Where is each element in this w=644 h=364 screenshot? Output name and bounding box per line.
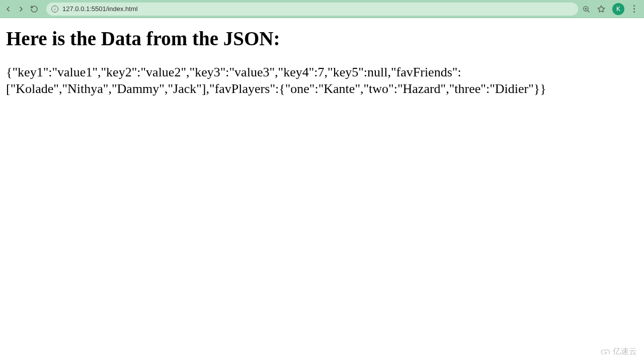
json-output: {"key1":"value1","key2":"value2","key3":… [6,64,585,98]
svg-point-5 [605,352,606,353]
forward-button[interactable] [17,5,25,13]
zoom-icon[interactable] [582,5,590,13]
page-content: Here is the Data from the JSON: {"key1":… [0,18,644,107]
site-info-icon[interactable]: i [51,6,58,13]
nav-buttons [4,5,38,13]
page-heading: Here is the Data from the JSON: [6,27,638,50]
toolbar-right: K [582,3,640,15]
address-bar[interactable]: i 127.0.0.1:5501/index.html [46,3,578,16]
url-text: 127.0.0.1:5501/index.html [62,5,138,13]
svg-marker-4 [598,6,604,12]
back-button[interactable] [4,5,12,13]
avatar-letter: K [616,6,620,13]
watermark: 亿速云 [601,346,637,357]
watermark-text: 亿速云 [613,346,637,357]
svg-line-1 [588,10,589,12]
browser-toolbar: i 127.0.0.1:5501/index.html K [0,0,644,18]
profile-avatar[interactable]: K [612,3,624,15]
bookmark-star-icon[interactable] [597,5,605,13]
reload-button[interactable] [30,5,38,13]
menu-button[interactable] [631,5,637,13]
